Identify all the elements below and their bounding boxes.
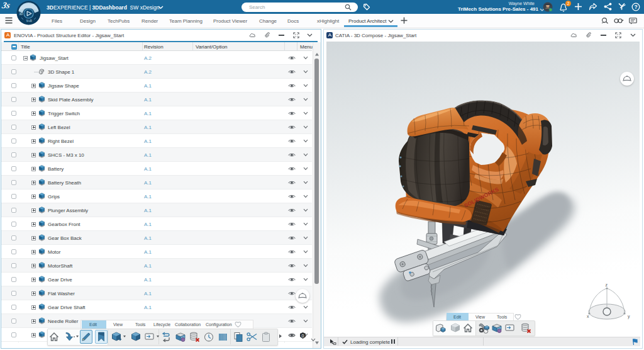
svg-text:3D: 3D <box>19 13 24 16</box>
svg-text:V+R: V+R <box>26 20 33 23</box>
svg-text:z: z <box>606 283 608 287</box>
svg-text:?: ? <box>634 4 637 10</box>
svg-text:x: x <box>587 314 589 319</box>
svg-text:y: y <box>628 314 630 319</box>
svg-text:0: 0 <box>302 334 304 338</box>
